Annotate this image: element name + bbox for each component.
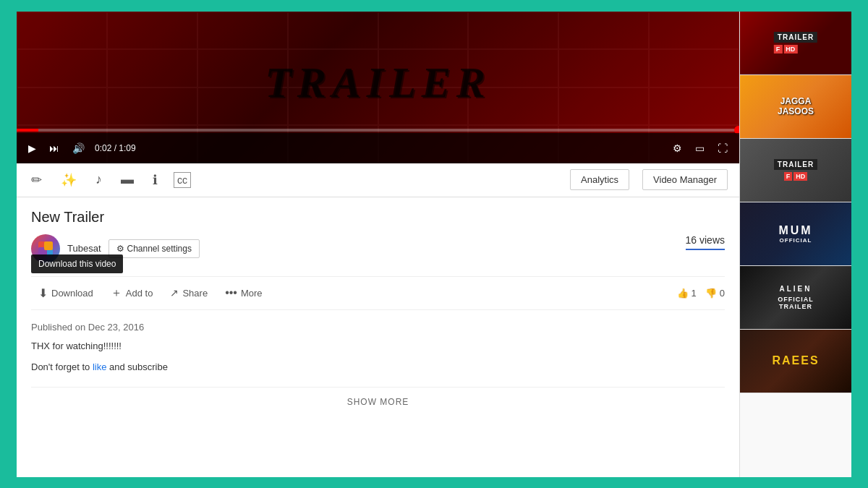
thumb6-label: RAEES (772, 354, 819, 367)
thumb4-content: MUM OFFICIAL (740, 202, 851, 265)
video-info: New Trailer Tubesat (17, 197, 739, 477)
main-content: TRAILER ▶ ⏭ 🔊 0:02 / 1:09 ⚙ ▭ ⛶ ✏ ✨ ♪ (17, 12, 739, 477)
time-display: 0:02 / 1:09 (95, 143, 136, 153)
thumb1-hd: HD (783, 45, 797, 53)
channel-avatar[interactable] (31, 234, 60, 263)
analytics-button[interactable]: Analytics (570, 169, 629, 190)
more-icon: ••• (225, 286, 237, 299)
video-manager-button[interactable]: Video Manager (642, 169, 728, 190)
more-label: More (241, 288, 263, 299)
like-count: 1 (692, 288, 697, 299)
channel-settings-label: Channel settings (127, 244, 192, 254)
next-button[interactable]: ⏭ (46, 141, 62, 155)
svg-rect-3 (44, 241, 53, 250)
thumb1-content: TRAILER F HD (774, 32, 817, 53)
thumb3-label: TRAILER (774, 159, 817, 170)
subtitles-icon[interactable]: cc (174, 172, 191, 188)
cards-icon[interactable]: ▬ (118, 169, 137, 190)
video-title-overlay: TRAILER (265, 57, 491, 107)
thumb1-label: TRAILER (774, 32, 817, 43)
sidebar-thumb-3[interactable]: TRAILER F HD (740, 139, 851, 202)
action-row: ⬇ Download ＋ Add to ↗ Share ••• More (31, 276, 725, 310)
play-button[interactable]: ▶ (25, 141, 39, 155)
thumb3-f: F (784, 172, 793, 181)
published-date: Published on Dec 23, 2016 (31, 320, 725, 335)
thumb3-content: TRAILER F HD (740, 139, 851, 202)
download-button[interactable]: ⬇ Download (31, 282, 101, 304)
edit-icon[interactable]: ✏ (28, 169, 45, 191)
description-line2: Don't forget to like and subscribe (31, 360, 725, 375)
video-progress-fill (17, 129, 38, 132)
thumb5-sub: OFFICIALTRAILER (778, 296, 814, 310)
info-icon[interactable]: ℹ (150, 169, 161, 191)
video-description: Published on Dec 23, 2016 THX for watchi… (31, 320, 725, 375)
description-line1: THX for watching!!!!!!! (31, 339, 725, 354)
thumb3-hd: HD (793, 172, 807, 181)
more-button[interactable]: ••• More (218, 282, 269, 304)
video-progress-bar[interactable] (17, 129, 739, 132)
thumb2-content: JAGGAJASOOS (740, 75, 851, 138)
enhance-icon[interactable]: ✨ (58, 169, 80, 191)
theater-button[interactable]: ▭ (692, 141, 707, 155)
channel-settings-button[interactable]: ⚙ Channel settings (109, 239, 200, 258)
desc-text-1: Don't forget to (31, 361, 90, 372)
download-label: Download (51, 288, 93, 299)
add-to-label: Add to (126, 288, 153, 299)
share-label: Share (182, 288, 208, 299)
views-bar (686, 249, 725, 250)
settings-button[interactable]: ⚙ (670, 141, 685, 155)
views-count: 16 views (686, 234, 725, 246)
video-controls: ▶ ⏭ 🔊 0:02 / 1:09 ⚙ ▭ ⛶ (17, 133, 739, 163)
thumb6-content: RAEES (740, 330, 851, 393)
video-toolbar: ✏ ✨ ♪ ▬ ℹ cc Analytics Video Manager (17, 163, 739, 197)
thumbs-down-icon: 👎 (705, 288, 717, 299)
thumb2-label: JAGGAJASOOS (778, 96, 814, 116)
thumbs-up-icon: 👍 (677, 288, 689, 299)
action-row-wrapper: Download this video ⬇ Download ＋ Add to … (31, 276, 725, 310)
desc-text-2: and subscribe (109, 361, 168, 372)
share-icon: ↗ (170, 287, 179, 299)
video-player[interactable]: TRAILER ▶ ⏭ 🔊 0:02 / 1:09 ⚙ ▭ ⛶ (17, 12, 739, 163)
thumb5-content: ALIEN OFFICIALTRAILER (740, 266, 851, 329)
thumb5-alien: ALIEN (780, 285, 812, 293)
video-title: New Trailer (31, 209, 725, 226)
add-to-button[interactable]: ＋ Add to (103, 281, 161, 305)
settings-icon: ⚙ (116, 244, 124, 254)
audio-icon[interactable]: ♪ (93, 169, 105, 190)
show-more-row: SHOW MORE (31, 387, 725, 408)
sidebar-thumb-2[interactable]: JAGGAJASOOS (740, 75, 851, 139)
sidebar-thumb-1[interactable]: TRAILER F HD (740, 12, 851, 75)
show-more-button[interactable]: SHOW MORE (347, 397, 409, 407)
channel-name: Tubesat (67, 243, 101, 254)
sidebar-thumb-4[interactable]: MUM OFFICIAL (740, 202, 851, 266)
add-icon: ＋ (111, 286, 122, 301)
sidebar-thumb-5[interactable]: ALIEN OFFICIALTRAILER (740, 266, 851, 330)
share-button[interactable]: ↗ Share (163, 283, 215, 303)
fullscreen-button[interactable]: ⛶ (715, 141, 731, 155)
thumb4-sub: OFFICIAL (780, 237, 812, 244)
views-section: 16 views (686, 234, 725, 250)
sidebar: TRAILER F HD JAGGAJASOOS TRAILER F HD (739, 12, 851, 477)
like-button[interactable]: 👍 1 (677, 288, 697, 299)
desc-link-like[interactable]: like (93, 361, 107, 372)
like-dislike: 👍 1 👎 0 (677, 288, 725, 299)
volume-button[interactable]: 🔊 (69, 141, 88, 155)
sidebar-thumb-6[interactable]: RAEES (740, 330, 851, 393)
thumb1-badge: F (774, 45, 783, 53)
download-icon: ⬇ (38, 286, 48, 300)
app-frame: TRAILER ▶ ⏭ 🔊 0:02 / 1:09 ⚙ ▭ ⛶ ✏ ✨ ♪ (14, 9, 854, 479)
channel-row: Tubesat ⚙ Channel settings (31, 234, 200, 263)
dislike-count: 0 (720, 288, 725, 299)
thumb4-label: MUM (778, 224, 812, 237)
dislike-button[interactable]: 👎 0 (705, 288, 725, 299)
